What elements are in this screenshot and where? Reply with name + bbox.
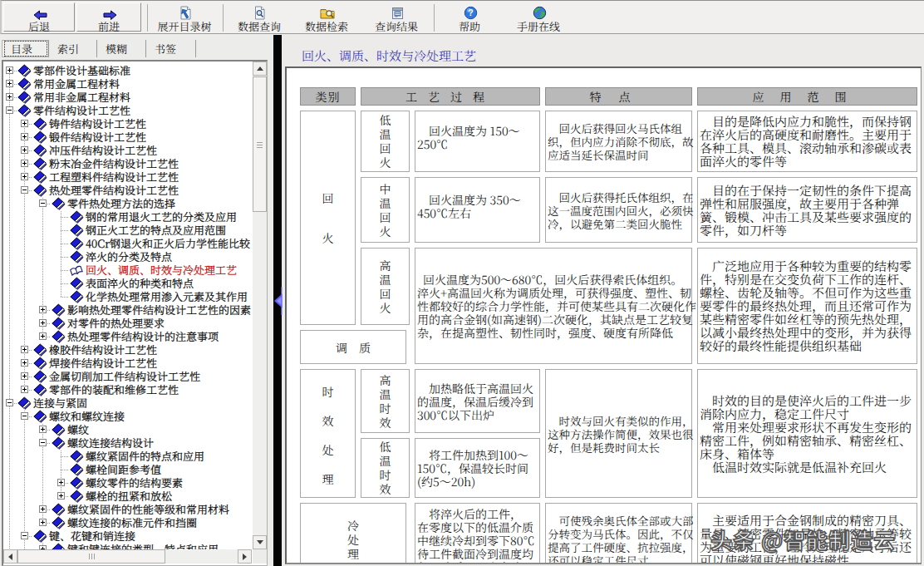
svg-text:?: ? [468, 7, 473, 17]
